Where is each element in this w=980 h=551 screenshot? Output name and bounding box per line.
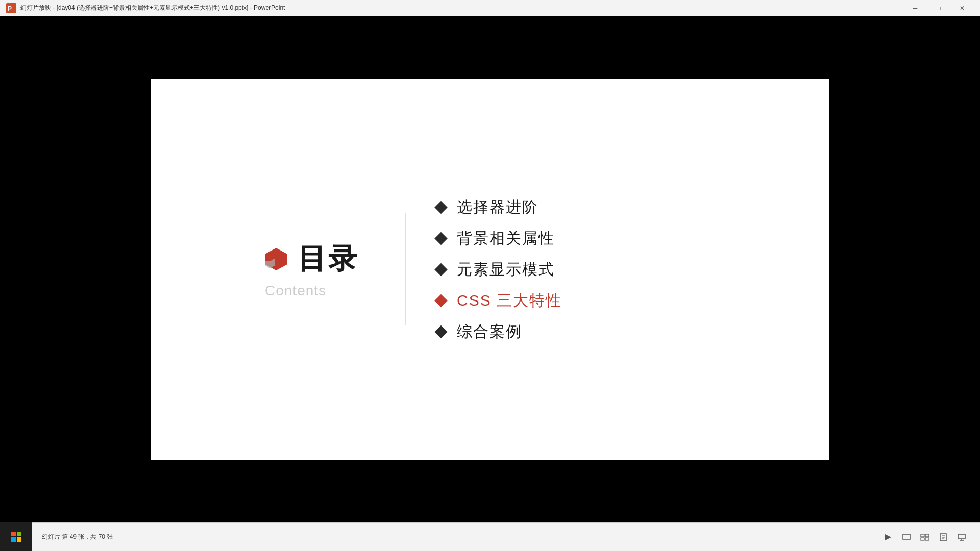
diamond-icon-3: [434, 263, 447, 276]
windows-logo: [11, 532, 21, 542]
list-text-4-accent: CSS 三大特性: [457, 290, 562, 311]
slide-view-slide-sorter-button[interactable]: [917, 529, 933, 545]
status-bar: 幻灯片 第 49 张，共 70 张: [32, 522, 980, 551]
svg-rect-13: [921, 534, 924, 537]
list-text-1: 选择器进阶: [457, 197, 538, 218]
maximize-button[interactable]: □: [927, 0, 950, 16]
svg-rect-15: [921, 538, 924, 540]
status-right-icons: [880, 529, 970, 545]
list-text-5: 综合案例: [457, 321, 522, 342]
left-panel: 目录 Contents: [263, 240, 359, 299]
list-text-3: 元素显示模式: [457, 259, 555, 280]
list-item-2: 背景相关属性: [436, 228, 562, 249]
svg-rect-14: [925, 534, 929, 537]
diamond-icon-2: [434, 232, 447, 244]
list-item-4: CSS 三大特性: [436, 290, 562, 311]
diamond-icon-1: [434, 201, 447, 213]
minimize-button[interactable]: ─: [903, 0, 927, 16]
list-item-3: 元素显示模式: [436, 259, 562, 280]
list-text-2: 背景相关属性: [457, 228, 555, 249]
taskbar: P </> 幻灯片 第 49 张，共 70 张: [0, 522, 980, 551]
diamond-icon-4-accent: [434, 294, 447, 307]
windows-button[interactable]: [5, 525, 28, 548]
titlebar: P 幻灯片放映 - [day04 (选择器进阶+背景相关属性+元素显示模式+三大…: [0, 0, 980, 16]
hex-icon: [263, 246, 289, 272]
slide-view-normal-button[interactable]: [898, 529, 915, 545]
sub-title: Contents: [265, 283, 326, 299]
slide-display-area: 目录 Contents 选择器进阶 背景相关属性 元素显示模式 CSS 三大特: [0, 16, 980, 522]
slideshow-from-start-button[interactable]: [880, 529, 896, 545]
window-controls: ─ □ ✕: [903, 0, 974, 16]
diamond-icon-5: [434, 325, 447, 338]
right-panel: 选择器进阶 背景相关属性 元素显示模式 CSS 三大特性 综合案例: [436, 197, 562, 342]
slide: 目录 Contents 选择器进阶 背景相关属性 元素显示模式 CSS 三大特: [151, 79, 829, 460]
logo-title-row: 目录: [263, 240, 359, 279]
svg-text:P: P: [8, 5, 12, 12]
svg-rect-21: [958, 534, 965, 539]
divider: [405, 213, 406, 325]
presenter-view-button[interactable]: [953, 529, 970, 545]
close-button[interactable]: ✕: [950, 0, 974, 16]
svg-rect-16: [925, 538, 929, 540]
window-title: 幻灯片放映 - [day04 (选择器进阶+背景相关属性+元素显示模式+三大特性…: [20, 4, 903, 12]
slide-info-text: 幻灯片 第 49 张，共 70 张: [42, 533, 113, 541]
svg-rect-12: [903, 534, 910, 539]
reading-view-button[interactable]: [935, 529, 951, 545]
list-item-5: 综合案例: [436, 321, 562, 342]
app-icon: P: [6, 3, 16, 13]
svg-marker-11: [885, 534, 891, 540]
main-title: 目录: [298, 240, 359, 279]
list-item-1: 选择器进阶: [436, 197, 562, 218]
